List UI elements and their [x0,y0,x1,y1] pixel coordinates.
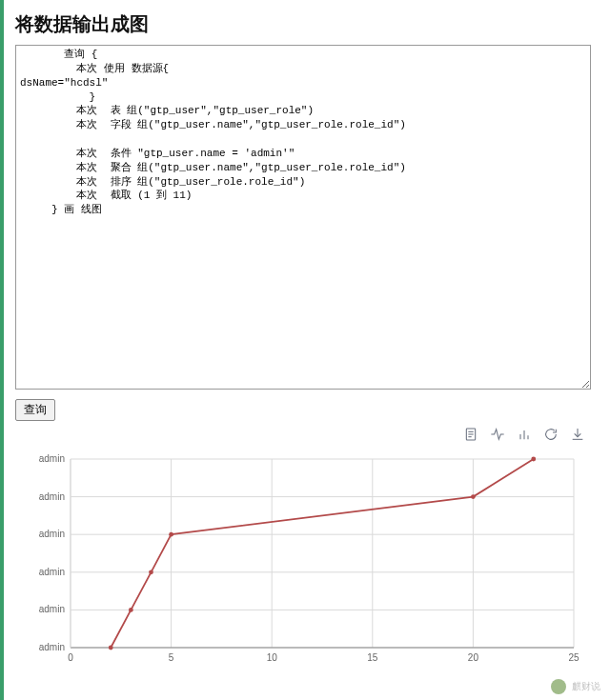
svg-text:0: 0 [68,652,73,663]
svg-text:admin: admin [39,642,65,652]
svg-text:admin: admin [39,491,65,502]
svg-point-37 [169,532,173,537]
query-code-textarea[interactable] [15,45,591,390]
watermark-text: 麒财说 [572,680,600,693]
main-container: 将数据输出成图 查询 0510152025adminadminadminadmi… [0,0,610,678]
download-icon[interactable] [570,427,585,446]
line-chart: 0510152025adminadminadminadminadminadmin [15,450,591,670]
svg-text:admin: admin [39,529,65,539]
svg-text:5: 5 [169,652,174,663]
svg-point-34 [109,646,113,650]
query-button[interactable]: 查询 [15,399,55,421]
svg-text:25: 25 [568,652,580,663]
watermark-badge-icon [551,679,566,694]
barchart-icon[interactable] [517,427,532,446]
svg-point-39 [531,457,536,462]
svg-text:10: 10 [267,652,278,663]
watermark: 麒财说 [551,679,600,694]
svg-text:admin: admin [39,567,65,577]
svg-text:20: 20 [468,652,479,663]
document-icon[interactable] [463,427,478,446]
left-accent-bar [0,0,4,700]
refresh-icon[interactable] [543,427,559,446]
svg-text:15: 15 [367,652,378,663]
svg-point-36 [149,570,153,574]
chart-toolbar [15,427,599,446]
activity-icon[interactable] [490,427,505,446]
svg-point-38 [471,494,476,499]
svg-text:admin: admin [39,453,65,464]
svg-text:admin: admin [39,604,65,614]
page-title: 将数据输出成图 [15,11,599,37]
svg-point-35 [129,608,133,612]
